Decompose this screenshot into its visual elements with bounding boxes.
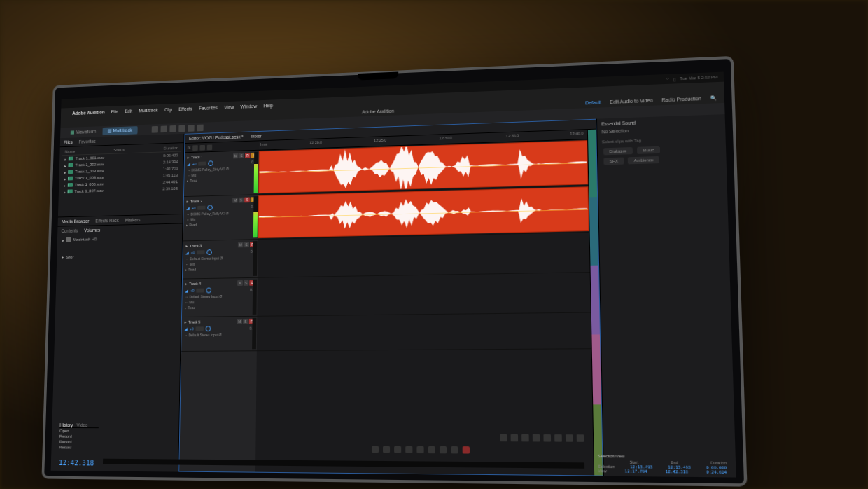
timecode-display[interactable]: 12:42.318 bbox=[59, 459, 94, 467]
menu-help[interactable]: Help bbox=[263, 103, 273, 108]
track-name[interactable]: Track 3 bbox=[190, 243, 236, 248]
pan-knob[interactable] bbox=[208, 160, 214, 166]
chevron-icon[interactable]: ▸ bbox=[186, 200, 188, 204]
track-header[interactable]: ▸Track 2MSRI◢+00.0→ DGMC Pulley_Rolly VO… bbox=[183, 195, 258, 241]
track-output[interactable]: Mix bbox=[190, 262, 195, 266]
audio-clip[interactable] bbox=[258, 140, 588, 193]
track-output[interactable]: Mix bbox=[189, 300, 194, 304]
output-arrow-icon[interactable]: ← bbox=[185, 300, 188, 304]
timeline[interactable]: hms 12:20.0 12:25.0 12:30.0 12:35.0 12:4… bbox=[255, 130, 594, 475]
track-input[interactable]: Default Stereo Input bbox=[188, 333, 218, 337]
tab-waveform[interactable]: ▦ Waveform bbox=[65, 128, 101, 137]
track-lane[interactable] bbox=[258, 186, 589, 240]
input-arrow-icon[interactable]: → bbox=[186, 212, 190, 216]
menu-view[interactable]: View bbox=[224, 104, 234, 109]
track-lane[interactable] bbox=[257, 273, 590, 317]
col-name[interactable]: Name bbox=[65, 149, 76, 153]
track-m-button[interactable]: M bbox=[237, 319, 242, 324]
chevron-icon[interactable]: ▸ bbox=[185, 320, 187, 324]
eq-icon[interactable] bbox=[206, 144, 212, 150]
tab-media-browser[interactable]: Media Browser bbox=[62, 219, 89, 224]
rewind-button[interactable] bbox=[428, 446, 435, 453]
menu-window[interactable]: Window bbox=[241, 104, 257, 109]
tab-files[interactable]: Files bbox=[64, 139, 72, 144]
output-arrow-icon[interactable]: ← bbox=[186, 262, 189, 266]
history-item[interactable]: Record bbox=[59, 444, 99, 450]
pan-knob[interactable] bbox=[206, 249, 212, 255]
view-start[interactable]: 12:17.704 bbox=[625, 469, 648, 474]
move-tool-icon[interactable] bbox=[151, 126, 158, 133]
automation-mode[interactable]: ▸ Read bbox=[186, 223, 197, 227]
chevron-icon[interactable]: ▸ bbox=[188, 156, 190, 160]
track-s-button[interactable]: S bbox=[243, 319, 248, 324]
stereo-icon[interactable] bbox=[196, 289, 204, 293]
tab-history[interactable]: History bbox=[59, 422, 73, 427]
volume-value[interactable]: +0 bbox=[192, 206, 195, 210]
volume-value[interactable]: +0 bbox=[190, 326, 193, 331]
track-m-button[interactable]: M bbox=[238, 242, 244, 247]
track-input[interactable]: Default Stereo Input bbox=[189, 294, 218, 298]
automation-mode[interactable]: ▸ Read bbox=[186, 268, 196, 272]
pan-knob[interactable] bbox=[206, 287, 211, 293]
automation-mode[interactable]: ▸ Read bbox=[185, 305, 195, 310]
track-header[interactable]: ▸Track 5MSR◢+00.0→ Default Stereo Input … bbox=[181, 317, 257, 352]
pan-knob[interactable] bbox=[207, 205, 213, 210]
automation-mode[interactable]: ▸ Read bbox=[187, 179, 197, 183]
track-input[interactable]: DGMC Pulley_Dirty VO bbox=[191, 167, 225, 172]
workspace-edit-audio-video[interactable]: Edit Audio to Video bbox=[610, 98, 653, 105]
tab-favorites[interactable]: Favorites bbox=[79, 139, 96, 144]
pan-knob[interactable] bbox=[205, 326, 211, 331]
menu-clip[interactable]: Clip bbox=[164, 106, 172, 111]
skip-back-button[interactable] bbox=[416, 446, 424, 453]
workspace-radio[interactable]: Radio Production bbox=[662, 96, 701, 103]
output-arrow-icon[interactable]: ← bbox=[187, 173, 190, 177]
track-header[interactable]: ▸Track 3MSR◢+00.0→ Default Stereo Input … bbox=[183, 240, 258, 279]
lasso-tool-icon[interactable] bbox=[197, 125, 203, 132]
subtab-contents[interactable]: Contents bbox=[62, 228, 78, 233]
zoom-out-time-icon[interactable] bbox=[554, 434, 562, 442]
pause-button[interactable] bbox=[394, 446, 401, 453]
view-end[interactable]: 12:42.318 bbox=[666, 469, 689, 474]
view-duration[interactable]: 0:24.614 bbox=[706, 469, 727, 474]
zoom-out-icon[interactable] bbox=[511, 434, 519, 441]
stereo-icon[interactable] bbox=[197, 250, 204, 254]
track-name[interactable]: Track 5 bbox=[188, 319, 234, 324]
shortcuts-label[interactable]: Shor bbox=[66, 254, 74, 259]
stereo-icon[interactable] bbox=[195, 326, 203, 331]
volume-value[interactable]: +0 bbox=[191, 251, 195, 255]
menu-edit[interactable]: Edit bbox=[125, 109, 132, 113]
record-button[interactable] bbox=[463, 446, 470, 453]
track-s-button[interactable]: S bbox=[244, 280, 249, 286]
subtab-volumes[interactable]: Volumes bbox=[84, 228, 100, 233]
zoom-in-time-icon[interactable] bbox=[543, 434, 551, 442]
input-arrow-icon[interactable]: → bbox=[186, 256, 189, 261]
track-s-button[interactable]: S bbox=[244, 242, 249, 247]
input-routing-icon[interactable] bbox=[192, 145, 198, 151]
workspace-default[interactable]: Default bbox=[585, 100, 601, 106]
track-s-button[interactable]: S bbox=[239, 198, 244, 203]
stereo-icon[interactable] bbox=[197, 206, 205, 210]
volume-value[interactable]: +0 bbox=[190, 289, 194, 293]
razor-tool-icon[interactable] bbox=[160, 126, 167, 133]
menu-file[interactable]: File bbox=[111, 109, 118, 113]
slip-tool-icon[interactable] bbox=[169, 125, 176, 132]
editor-tab[interactable]: Editor: VO7U Podcast.sesx * bbox=[189, 135, 244, 141]
track-header[interactable]: ▸Track 1MSRI◢+00.0→ DGMC Pulley_Dirty VO… bbox=[184, 151, 259, 197]
stereo-icon[interactable] bbox=[198, 162, 206, 166]
track-name[interactable]: Track 1 bbox=[191, 154, 231, 160]
track-m-button[interactable]: M bbox=[233, 153, 239, 159]
search-help-input[interactable]: 🔍 bbox=[710, 95, 718, 101]
phase-icon[interactable]: Ø bbox=[220, 256, 223, 260]
col-status[interactable]: Status bbox=[113, 148, 125, 152]
tag-sfx-button[interactable]: SFX bbox=[603, 158, 624, 165]
input-arrow-icon[interactable]: → bbox=[185, 295, 188, 299]
fast-forward-button[interactable] bbox=[440, 446, 447, 453]
volume-value[interactable]: +0 bbox=[192, 162, 196, 166]
track-m-button[interactable]: M bbox=[232, 198, 238, 203]
phase-icon[interactable]: Ø bbox=[220, 294, 223, 298]
track-input[interactable]: DGMC Pulley_Rolly VO bbox=[190, 212, 225, 216]
phase-icon[interactable]: Ø bbox=[226, 167, 229, 171]
track-name[interactable]: Track 4 bbox=[189, 281, 235, 286]
input-arrow-icon[interactable]: → bbox=[184, 333, 188, 337]
loop-button[interactable] bbox=[405, 446, 412, 453]
